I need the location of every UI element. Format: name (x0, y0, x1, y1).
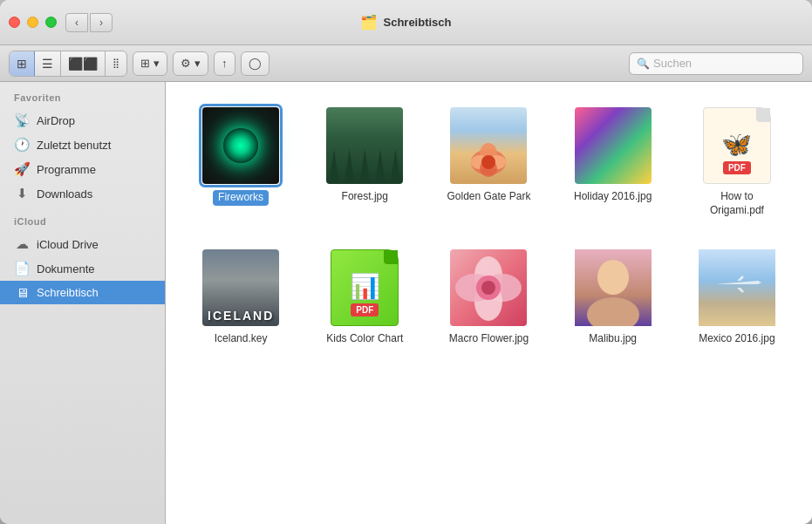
malibu-svg (575, 249, 652, 326)
cover-view-button[interactable]: ⣿ (106, 51, 126, 76)
sidebar-item-airdrop[interactable]: 📡 AirDrop (0, 108, 165, 133)
sidebar-item-label: Downloads (37, 187, 92, 201)
minimize-button[interactable] (27, 17, 38, 28)
maximize-button[interactable] (45, 17, 57, 28)
file-item-forest[interactable]: Forest.jpg (307, 99, 422, 224)
column-view-icon: ⬛⬛ (68, 57, 98, 71)
file-item-kids-color[interactable]: 📊 PDF Kids Color Chart (307, 242, 422, 353)
file-label-holiday: Holiday 2016.jpg (574, 190, 652, 204)
pdf-badge: PDF (723, 161, 751, 174)
file-item-macro-flower[interactable]: Macro Flower.jpg (431, 242, 546, 353)
sidebar-item-programs[interactable]: 🚀 Programme (0, 157, 165, 181)
file-thumbnail-forest (325, 106, 404, 185)
macro-flower-svg (450, 249, 527, 326)
file-item-origami[interactable]: 🦋 PDF How to Origami.pdf (679, 99, 795, 224)
file-thumbnail-iceland: ICELAND (201, 248, 280, 327)
view-mode-group: ⊞ ☰ ⬛⬛ ⣿ (9, 51, 127, 77)
file-label-forest: Forest.jpg (342, 190, 388, 204)
share-button[interactable]: ↑ (214, 51, 235, 76)
titlebar: ‹ › 🗂️ Schreibtisch (0, 0, 812, 45)
kids-color-icon: 📊 (350, 272, 380, 301)
file-label-origami: How to Origami.pdf (693, 190, 781, 217)
cover-view-icon: ⣿ (113, 58, 119, 69)
back-button[interactable]: ‹ (65, 13, 88, 32)
list-view-icon: ☰ (42, 57, 53, 71)
fireworks-image (202, 107, 279, 184)
action-arrow-icon: ▾ (194, 57, 201, 70)
svg-point-6 (481, 155, 495, 169)
window-title: Schreibtisch (383, 16, 451, 29)
forest-trees (326, 132, 403, 184)
schreibtisch-icon: 🖥 (14, 285, 30, 300)
file-label-kids-color: Kids Color Chart (326, 332, 403, 346)
close-button[interactable] (9, 17, 20, 28)
origami-pdf-image: 🦋 PDF (703, 107, 771, 184)
gear-icon: ⚙ (181, 57, 191, 70)
svg-point-14 (597, 260, 629, 295)
tree-4 (375, 149, 386, 184)
file-label-golden-gate: Golden Gate Park (447, 190, 530, 204)
mexico-image (699, 249, 775, 326)
icloud-drive-icon: ☁ (14, 236, 30, 252)
favorites-label: Favoriten (0, 92, 165, 108)
group-button[interactable]: ⊞ ▾ (133, 51, 167, 76)
finder-window: ‹ › 🗂️ Schreibtisch ⊞ ☰ ⬛⬛ ⣿ ⊞ ▾ (0, 0, 812, 524)
main-area: Favoriten 📡 AirDrop 🕐 Zuletzt benutzt 🚀 … (0, 82, 812, 524)
icon-view-icon: ⊞ (17, 57, 27, 71)
origami-icon: 🦋 (721, 130, 752, 159)
tree-5 (390, 149, 400, 184)
favorites-section: Favoriten 📡 AirDrop 🕐 Zuletzt benutzt 🚀 … (0, 92, 165, 206)
file-item-mexico[interactable]: Mexico 2016.jpg (679, 242, 795, 353)
file-item-golden-gate[interactable]: Golden Gate Park (431, 99, 546, 224)
sidebar-item-dokumente[interactable]: 📄 Dokumente (0, 256, 165, 281)
kids-pdf-badge: PDF (351, 303, 379, 316)
forest-image (326, 107, 403, 184)
sidebar-item-recent[interactable]: 🕐 Zuletzt benutzt (0, 133, 165, 157)
sidebar-item-icloud-drive[interactable]: ☁ iCloud Drive (0, 232, 165, 256)
file-thumbnail-malibu (574, 248, 652, 327)
golden-gate-svg (450, 140, 527, 184)
macro-flower-image (450, 249, 527, 326)
recent-icon: 🕐 (14, 137, 30, 153)
file-grid: Fireworks (183, 99, 795, 353)
iceland-image: ICELAND (202, 249, 279, 326)
action-button[interactable]: ⚙ ▾ (173, 51, 208, 76)
sidebar-item-schreibtisch[interactable]: 🖥 Schreibtisch (0, 281, 165, 304)
search-bar[interactable]: 🔍 (629, 52, 803, 75)
file-item-iceland[interactable]: ICELAND Iceland.key (183, 242, 298, 353)
file-item-holiday[interactable]: Holiday 2016.jpg (556, 99, 671, 224)
file-label-malibu: Malibu.jpg (589, 332, 637, 346)
airdrop-icon: 📡 (14, 112, 30, 128)
file-label-mexico: Mexico 2016.jpg (699, 332, 774, 346)
fireworks-glow (223, 128, 258, 163)
downloads-icon: ⬇ (14, 186, 30, 201)
file-thumbnail-kids-color: 📊 PDF (325, 248, 404, 327)
sidebar-item-label: Dokumente (37, 262, 94, 276)
file-item-fireworks[interactable]: Fireworks (183, 99, 298, 224)
list-view-button[interactable]: ☰ (35, 51, 61, 76)
file-item-malibu[interactable]: Malibu.jpg (556, 242, 671, 353)
tree-2 (345, 149, 355, 184)
file-label-iceland: Iceland.key (215, 332, 268, 346)
tag-button[interactable]: ◯ (241, 51, 270, 76)
window-title-area: 🗂️ Schreibtisch (360, 14, 451, 31)
sidebar-item-downloads[interactable]: ⬇ Downloads (0, 181, 165, 206)
golden-gate-image (450, 107, 527, 184)
column-view-button[interactable]: ⬛⬛ (61, 51, 106, 76)
icon-view-button[interactable]: ⊞ (10, 51, 35, 76)
dokumente-icon: 📄 (14, 261, 30, 276)
file-thumbnail-mexico (698, 248, 776, 327)
forward-button[interactable]: › (90, 13, 113, 32)
file-thumbnail-macro-flower (449, 248, 528, 327)
share-icon: ↑ (222, 57, 228, 70)
search-input[interactable] (653, 57, 795, 70)
sidebar-item-label: Schreibtisch (37, 286, 99, 299)
file-thumbnail-origami: 🦋 PDF (698, 106, 776, 185)
kids-color-image: 📊 PDF (331, 249, 399, 326)
file-thumbnail-golden-gate (449, 106, 528, 185)
file-content: Fireworks (166, 82, 812, 524)
sidebar-item-label: iCloud Drive (37, 238, 99, 251)
file-thumbnail-fireworks (201, 106, 280, 185)
mexico-svg (699, 249, 775, 326)
programs-icon: 🚀 (14, 161, 30, 177)
